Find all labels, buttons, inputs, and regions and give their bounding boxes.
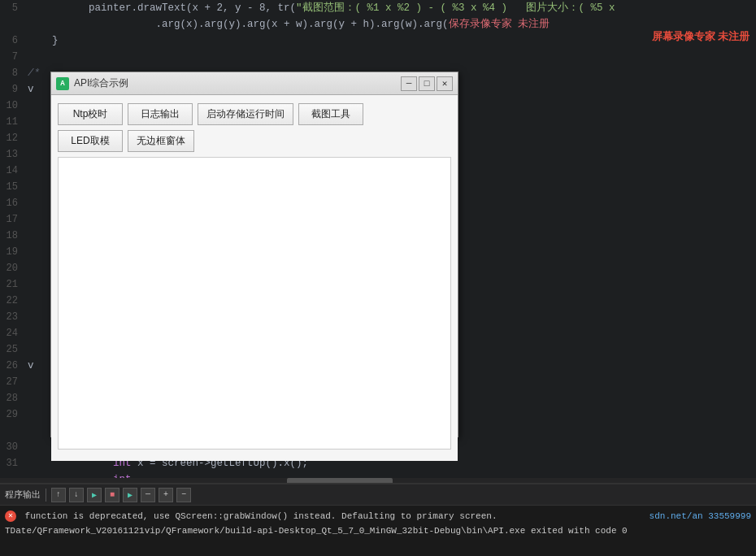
toolbar-separator [46,489,46,502]
minus-btn[interactable]: − [176,488,191,502]
right-info: sdn.net/an 33559999 [650,509,751,523]
led-extract-button[interactable]: LED取模 [58,130,123,152]
button-row-1: Ntp校时 日志输出 启动存储运行时间 截图工具 [58,103,451,125]
output-line-error-icon: ✕ function is deprecated, use QScreen::g… [5,509,751,523]
api-dialog: A API综合示例 ─ □ ✕ Ntp校时 日志输出 启动存储运行时间 截图工具… [50,72,458,437]
output-area: ✕ function is deprecated, use QScreen::g… [0,506,756,556]
button-row-2: LED取模 无边框窗体 [58,130,451,152]
storage-runtime-button[interactable]: 启动存储运行时间 [198,103,293,125]
minimize-button[interactable]: ─ [401,76,417,91]
play-btn[interactable]: ▶ [87,488,102,502]
output-label: 程序输出 [5,489,41,501]
bottom-panel: 程序输出 ↑ ↓ ▶ ■ ▶ ─ + − ✕ function is depre… [0,483,756,556]
output-line-1: function is deprecated, use QScreen::gra… [25,511,497,521]
code-line-6: 6 } [0,33,756,49]
dialog-body: Ntp校时 日志输出 启动存储运行时间 截图工具 LED取模 无边框窗体 [51,95,458,461]
screenshot-tool-button[interactable]: 截图工具 [298,103,363,125]
close-button[interactable]: ✕ [437,76,453,91]
code-line-cont1: .arg(x).arg(y).arg(x + w).arg(y + h).arg… [0,16,756,33]
stop-btn[interactable]: ■ [105,488,119,502]
dialog-titlebar[interactable]: A API综合示例 ─ □ ✕ [51,72,458,95]
watermark: 屏幕录像专家 未注册 [652,29,749,44]
scroll-up-btn[interactable]: ↑ [51,488,66,502]
scroll-down-btn[interactable]: ↓ [69,488,84,502]
dialog-window-controls: ─ □ ✕ [401,76,453,91]
bottom-toolbar: 程序输出 ↑ ↓ ▶ ■ ▶ ─ + − [0,484,756,506]
ntp-button[interactable]: Ntp校时 [58,103,123,125]
error-icon: ✕ [5,510,16,522]
log-output-button[interactable]: 日志输出 [128,103,193,125]
plus-btn[interactable]: + [159,488,173,502]
play-plus-btn[interactable]: ▶ [123,488,137,502]
output-line-2: TDate/QFramework_V20161121vip/QFramework… [5,523,751,538]
maximize-button[interactable]: □ [419,76,435,91]
dash-btn[interactable]: ─ [141,488,155,502]
dialog-content-area [58,157,451,450]
frameless-window-button[interactable]: 无边框窗体 [128,130,194,152]
code-line-7: 7 [0,49,756,65]
dialog-app-icon: A [56,77,69,90]
dialog-title: API综合示例 [74,76,401,90]
